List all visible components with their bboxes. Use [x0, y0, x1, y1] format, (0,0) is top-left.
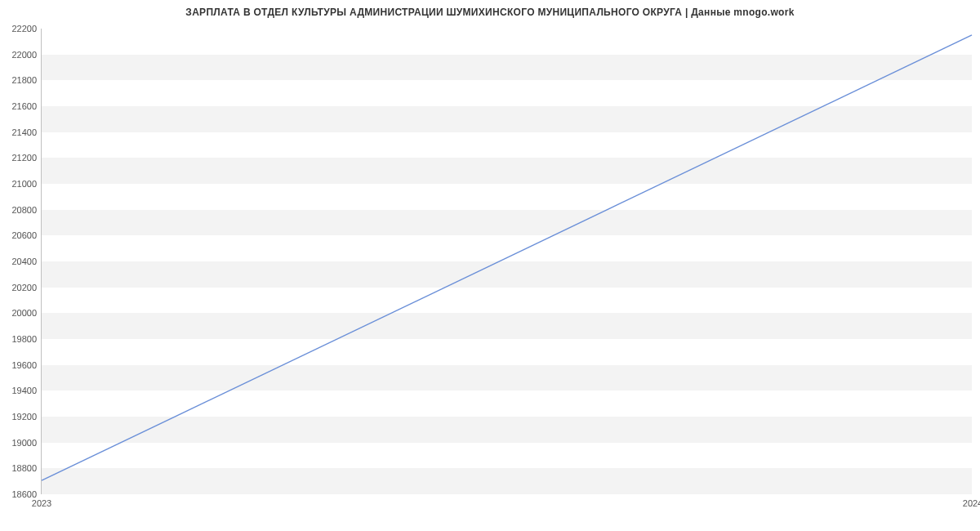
line-chart-svg [42, 29, 972, 493]
y-tick-label: 20800 [11, 205, 42, 215]
y-tick-label: 20200 [11, 283, 42, 292]
series-line [42, 35, 972, 480]
y-tick-label: 19000 [11, 438, 42, 448]
y-tick-label: 21000 [11, 179, 42, 189]
y-tick-label: 20000 [11, 308, 42, 318]
y-tick-label: 20400 [11, 257, 42, 266]
y-tick-label: 22000 [11, 50, 42, 60]
plot-area: 1860018800190001920019400196001980020000… [41, 29, 972, 494]
chart-title: ЗАРПЛАТА В ОТДЕЛ КУЛЬТУРЫ АДМИНИСТРАЦИИ … [0, 0, 980, 18]
y-tick-label: 21200 [11, 153, 42, 163]
y-tick-label: 21800 [11, 75, 42, 85]
y-tick-label: 21400 [11, 127, 42, 137]
y-tick-label: 19400 [11, 386, 42, 395]
plot-container: 1860018800190001920019400196001980020000… [41, 29, 972, 494]
x-tick-label: 2023 [32, 493, 51, 508]
y-tick-label: 19200 [11, 412, 42, 422]
y-tick-label: 21600 [11, 101, 42, 111]
y-tick-label: 19600 [11, 360, 42, 370]
y-tick-label: 18800 [11, 463, 42, 473]
x-tick-label: 2024 [963, 493, 980, 508]
y-tick-label: 20600 [11, 230, 42, 240]
y-tick-label: 22200 [11, 24, 42, 33]
y-tick-label: 19800 [11, 334, 42, 344]
